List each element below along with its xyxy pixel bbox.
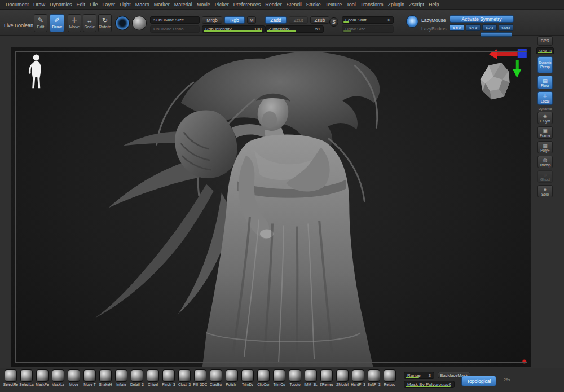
focal-shift-slider[interactable]: Focal Shift 0 [342, 16, 394, 24]
sculpture-3d-model[interactable] [11, 47, 531, 367]
rgb-button[interactable]: Rgb [224, 16, 245, 24]
brush-item[interactable]: Fill_3DC [193, 369, 208, 386]
undivide-ratio-slider[interactable]: UnDivide Ratio [150, 25, 200, 33]
m-button[interactable]: M [247, 16, 256, 24]
lsym-button[interactable]: ◈ L.Sym [537, 112, 553, 124]
brush-item[interactable]: SelectLa [19, 369, 34, 386]
live-boolean-label[interactable]: Live Boolean [4, 23, 33, 28]
zcut-button[interactable]: Zcut [289, 16, 308, 24]
lazyradius-toggle[interactable]: LazyRadius [421, 26, 446, 32]
menu-item[interactable]: Light [120, 2, 131, 7]
zadd-button[interactable]: Zadd [265, 16, 287, 24]
brush-item[interactable]: SoftP_3 [367, 369, 381, 386]
menu-item[interactable]: Stencil [287, 2, 302, 7]
brush-item[interactable]: ClayBui [209, 369, 223, 386]
subdivide-size-slider[interactable]: SubDivide Size [150, 16, 200, 24]
symmetry-m-button[interactable]: >M< [499, 24, 513, 31]
mask-by-polygroups-slider[interactable]: Mask By Polygroups 0 [404, 381, 455, 388]
brush-item[interactable]: MaskPe [35, 369, 50, 386]
symmetry-z-button[interactable]: >Z< [482, 24, 497, 31]
lowpoly-head-model[interactable] [481, 63, 510, 99]
symmetry-x-button[interactable]: >X< [450, 24, 464, 31]
brush-thumbnail-icon [115, 369, 127, 382]
range-slider[interactable]: Range 3 [404, 372, 434, 379]
current-stroke-icon[interactable] [115, 16, 130, 30]
draw-size-slider[interactable]: Draw Size [342, 25, 394, 33]
menu-item[interactable]: Zscript [409, 2, 424, 7]
frame-button[interactable]: ▣ Frame [537, 126, 553, 139]
brush-item[interactable]: Move T [82, 369, 97, 386]
menu-item[interactable]: Draw [33, 2, 45, 7]
menu-item[interactable]: Material [174, 2, 192, 7]
persp-button[interactable]: Dynamic Persp [537, 56, 553, 73]
brush-item[interactable]: SelectRe [3, 369, 18, 386]
brush-item[interactable]: IMM_3L [303, 369, 318, 386]
lazymouse-icon[interactable] [406, 15, 418, 28]
brush-thumbnail-icon [194, 369, 206, 382]
bpr-button[interactable]: BPR [537, 36, 553, 46]
menu-item[interactable]: Layer [103, 2, 116, 7]
menu-item[interactable]: Preferences [233, 2, 261, 7]
rotate-mode-button[interactable]: ↻ Rotate [98, 14, 112, 32]
brush-thumbnail-icon [257, 369, 270, 382]
brush-item[interactable]: Retopo [382, 369, 397, 386]
solo-button[interactable]: ● Solo [537, 185, 553, 197]
rgb-intensity-slider[interactable]: Rgb Intensity 100 [202, 25, 265, 33]
current-alpha-icon[interactable] [132, 16, 147, 30]
document-canvas[interactable] [11, 47, 531, 367]
menu-item[interactable]: Edit [77, 2, 86, 7]
menu-item[interactable]: Help [429, 2, 439, 7]
symmetry-y-button[interactable]: >Y< [466, 24, 481, 31]
brush-item[interactable]: TrimCu [272, 369, 287, 386]
range-value: 3 [429, 373, 431, 378]
z-intensity-slider[interactable]: Z Intensity 51 [265, 25, 324, 33]
menu-item[interactable]: Zplugin [388, 2, 405, 7]
menu-item[interactable]: Picker [215, 2, 229, 7]
brush-item[interactable]: TrimDy [240, 369, 255, 386]
draw-mode-button[interactable]: ✐ Draw [50, 14, 64, 32]
brush-item[interactable]: ClipCur [256, 369, 271, 386]
menu-item[interactable]: Stroke [306, 2, 321, 7]
brush-item[interactable]: Polish_ [224, 369, 239, 386]
brush-item[interactable]: Topolo [288, 369, 302, 386]
lsym-label: L.Sym [540, 119, 550, 123]
transp-button[interactable]: ◍ Transp [537, 156, 553, 168]
scale-mode-button[interactable]: ↔ Scale [83, 14, 96, 32]
brush-item[interactable]: Move [67, 369, 81, 386]
activate-symmetry-button[interactable]: Activate Symmetry [450, 15, 514, 23]
local-button[interactable]: ✛ Local [537, 91, 553, 105]
ghost-button[interactable]: ◌ Ghost [537, 170, 553, 183]
lazymouse-toggle[interactable]: LazyMouse [421, 17, 446, 23]
brush-item[interactable]: Clust_3 [177, 369, 192, 386]
brush-strip: SelectRe SelectLa MaskPe MaskLa Move Mov… [3, 369, 397, 386]
zsub-button[interactable]: Zsub [310, 16, 329, 24]
edit-mode-button[interactable]: ✎ Edit [34, 14, 47, 32]
stroke-s-icon[interactable]: S [329, 17, 338, 27]
brush-item[interactable]: MaskLa [51, 369, 65, 386]
brush-item[interactable]: ZModel [335, 369, 350, 386]
mrgb-button[interactable]: Mrgb [202, 16, 222, 24]
menu-item[interactable]: Movie [197, 2, 210, 7]
brush-item[interactable]: Inflate [114, 369, 129, 386]
move-mode-button[interactable]: ✛ Move [68, 14, 81, 32]
brush-item[interactable]: Pinch_3 [161, 369, 176, 386]
floor-button[interactable]: ▤ Floor [537, 76, 553, 89]
menu-item[interactable]: File [90, 2, 98, 7]
menu-item[interactable]: Macro [135, 2, 149, 7]
brush-item[interactable]: Detail_3 [130, 369, 144, 386]
brush-item[interactable]: SnakeH [98, 369, 113, 386]
brush-item[interactable]: ZRemes [319, 369, 334, 386]
symmetry-radial-bar[interactable] [481, 32, 512, 37]
polyf-button[interactable]: ▦ PolyF [537, 141, 553, 153]
menu-item[interactable]: Tool [346, 2, 356, 7]
menu-item[interactable]: Transform [360, 2, 384, 7]
menu-item[interactable]: Marker [154, 2, 170, 7]
topological-button[interactable]: Topological [461, 376, 496, 386]
menu-item[interactable]: Texture [325, 2, 342, 7]
spix-slider[interactable]: SPix 3 [536, 47, 554, 54]
brush-item[interactable]: HardP_3 [351, 369, 365, 386]
menu-item[interactable]: Render [265, 2, 282, 7]
menu-item[interactable]: Document [6, 2, 29, 7]
menu-item[interactable]: Dynamics [50, 2, 72, 7]
brush-item[interactable]: Chisel [146, 369, 160, 386]
